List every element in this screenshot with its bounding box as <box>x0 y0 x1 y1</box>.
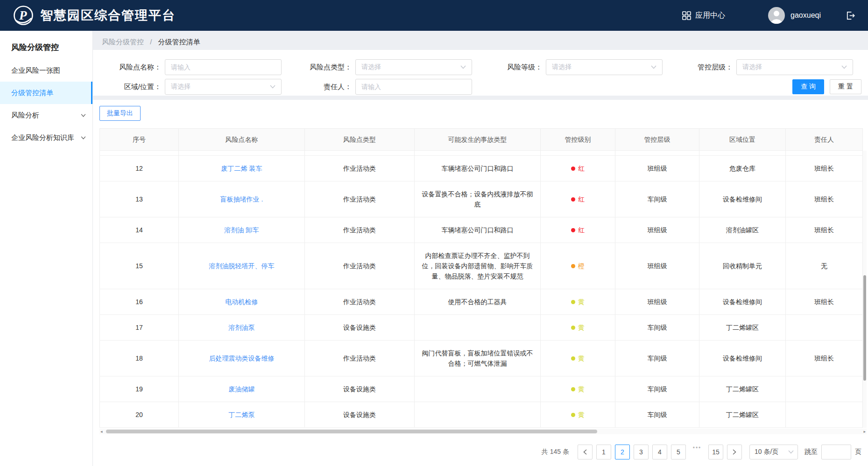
table-row: 14 溶剂油 卸车 作业活动类 车辆堵塞公司门口和路口 红 班组级 溶剂油罐区 … <box>99 217 863 243</box>
page-size-select[interactable]: 10 条/页 <box>749 445 798 459</box>
level-dot-icon <box>571 356 575 361</box>
top-header: P 智慧园区综合管理平台 应用中心 gaoxueqi <box>0 0 868 31</box>
control-layer: 车间级 <box>648 384 667 394</box>
vertical-scrollbar-thumb[interactable] <box>863 275 866 381</box>
control-layer: 班组级 <box>648 261 667 271</box>
row-index: 15 <box>135 261 143 271</box>
select-placeholder: 请选择 <box>171 83 191 91</box>
owner: 班组长 <box>814 194 834 204</box>
page-button-4[interactable]: 4 <box>652 445 667 459</box>
sidebar-item-3[interactable]: 企业风险分析知识库 <box>0 126 92 149</box>
control-level-badge: 黄 <box>571 410 585 420</box>
page-button-3[interactable]: 3 <box>634 445 649 459</box>
table-horizontal-scrollbar[interactable]: ◂ ▸ <box>99 429 867 434</box>
page-button-1[interactable]: 1 <box>596 445 611 459</box>
page-button-15[interactable]: 15 <box>708 445 723 459</box>
username: gaoxueqi <box>790 11 821 20</box>
pagination: 共 145 条 12345•••15 10 条/页 跳至 页 <box>99 445 861 459</box>
table-column-header: 风险点类型 <box>305 129 415 150</box>
risk-type: 作业活动类 <box>343 225 376 235</box>
prev-page-button[interactable] <box>578 445 593 459</box>
sidebar-item-2[interactable]: 风险分析 <box>0 104 92 126</box>
table-row: 17 溶剂油泵 设备设施类 黄 车间级 丁二烯罐区 <box>99 315 863 341</box>
breadcrumb: 风险分级管控 / 分级管控清单 <box>93 31 868 50</box>
risk-name-link[interactable]: 溶剂油脱轻塔开、停车 <box>209 261 275 271</box>
logout-icon[interactable] <box>845 10 856 21</box>
table-row: 13 盲板抽堵作业 . 作业活动类 设备置换不合格；设备内残液排放不彻底 红 车… <box>99 181 863 217</box>
page-button-5[interactable]: 5 <box>671 445 686 459</box>
risk-name-input[interactable] <box>165 59 282 75</box>
accident-type: 内部检查票证办理不齐全、监护不到位，回装设备内部遗留物、影响开车质量、物品脱落、… <box>419 250 536 281</box>
risk-name-link[interactable]: 电动机检修 <box>226 297 258 307</box>
svg-text:P: P <box>19 8 27 22</box>
control-level-badge: 红 <box>571 194 585 204</box>
risk-level-select[interactable]: 请选择 <box>546 59 663 75</box>
level-dot-icon <box>571 228 575 232</box>
table-row: 20 丁二烯泵 设备设施类 黄 车间级 丁二烯罐区 <box>99 402 863 428</box>
risk-type: 设备设施类 <box>343 384 376 394</box>
batch-export-button[interactable]: 批量导出 <box>99 106 141 121</box>
select-placeholder: 请选择 <box>361 63 381 71</box>
list-panel: 批量导出 序号风险点名称风险点类型可能发生的事故类型管控级别管控层级区域位置责任… <box>93 100 868 466</box>
accident-type: 车辆堵塞公司门口和路口 <box>442 163 514 174</box>
area-location: 溶剂油罐区 <box>726 225 759 235</box>
risk-type: 作业活动类 <box>343 261 376 271</box>
risk-table: 序号风险点名称风险点类型可能发生的事故类型管控级别管控层级区域位置责任人 12 … <box>99 128 867 434</box>
control-level-badge: 黄 <box>571 297 585 307</box>
level-dot-icon <box>571 387 575 391</box>
app-center-button[interactable]: 应用中心 <box>682 11 725 21</box>
risk-name-link[interactable]: 废油储罐 <box>229 384 255 394</box>
chevron-down-icon <box>788 450 794 454</box>
horizontal-scrollbar-thumb[interactable] <box>106 430 597 433</box>
page-ellipsis[interactable]: ••• <box>690 445 705 459</box>
filter-label-owner: 责任人： <box>285 83 355 91</box>
row-index: 12 <box>135 163 143 174</box>
sidebar-item-1[interactable]: 分级管控清单 <box>0 82 92 104</box>
chevron-down-icon <box>81 114 86 117</box>
app-logo-icon: P <box>13 5 34 26</box>
next-page-button[interactable] <box>727 445 742 459</box>
filter-label-risk-type: 风险点类型： <box>285 63 355 72</box>
owner: 班组长 <box>814 297 834 307</box>
scroll-right-arrow-icon[interactable]: ▸ <box>863 429 866 434</box>
risk-name-link[interactable]: 溶剂油 卸车 <box>225 225 259 235</box>
table-row: 15 溶剂油脱轻塔开、停车 作业活动类 内部检查票证办理不齐全、监护不到位，回装… <box>99 243 863 289</box>
control-level-badge: 橙 <box>571 261 585 271</box>
level-dot-icon <box>571 167 575 171</box>
control-layer: 车间级 <box>648 410 667 420</box>
level-dot-icon <box>571 300 575 304</box>
jump-page-input[interactable] <box>821 445 851 459</box>
owner: 无 <box>821 261 827 271</box>
breadcrumb-parent[interactable]: 风险分级管控 <box>102 38 144 46</box>
reset-button[interactable]: 重 置 <box>830 79 861 94</box>
filter-panel: 风险点名称： 风险点类型： 请选择 风险等级： 请选择 <box>93 50 868 96</box>
risk-type-select[interactable]: 请选择 <box>355 59 472 75</box>
risk-type: 作业活动类 <box>343 297 376 307</box>
search-button[interactable]: 查 询 <box>792 79 824 94</box>
risk-name-link[interactable]: 溶剂油泵 <box>229 322 255 333</box>
owner: 班组长 <box>814 163 834 174</box>
jump-suffix: 页 <box>855 448 861 456</box>
filter-label-risk-level: 风险等级： <box>476 63 546 72</box>
user-menu[interactable]: gaoxueqi <box>768 7 821 24</box>
scroll-left-arrow-icon[interactable]: ◂ <box>100 429 103 434</box>
chevron-right-icon <box>733 449 736 455</box>
row-index: 13 <box>135 194 143 204</box>
chevron-down-icon <box>460 65 466 69</box>
control-level-badge: 黄 <box>571 353 585 363</box>
risk-name-link[interactable]: 后处理震动类设备维修 <box>209 353 275 363</box>
page-size-value: 10 条/页 <box>755 448 778 456</box>
area-location: 设备检维修间 <box>723 297 762 307</box>
table-row-partial <box>99 151 863 156</box>
sidebar-item-0[interactable]: 企业风险一张图 <box>0 59 92 82</box>
area-location: 丁二烯罐区 <box>726 384 759 394</box>
area-select[interactable]: 请选择 <box>165 79 282 95</box>
risk-name-link[interactable]: 废丁二烯 装车 <box>221 163 262 174</box>
risk-name-link[interactable]: 丁二烯泵 <box>229 410 255 420</box>
owner-input[interactable] <box>355 79 472 95</box>
page-button-2[interactable]: 2 <box>615 445 630 459</box>
risk-name-link[interactable]: 盲板抽堵作业 . <box>220 194 263 204</box>
table-vertical-scrollbar[interactable] <box>863 151 867 428</box>
level-dot-icon <box>571 413 575 417</box>
control-layer-select[interactable]: 请选择 <box>736 59 853 75</box>
